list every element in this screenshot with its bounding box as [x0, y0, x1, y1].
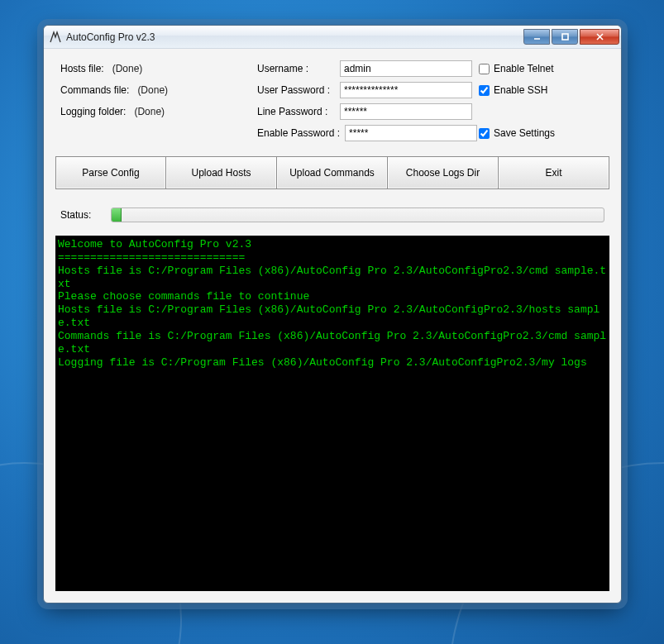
parse-config-button[interactable]: Parse Config: [55, 156, 166, 189]
save-settings-label: Save Settings: [494, 127, 555, 139]
window-buttons: [523, 30, 619, 45]
commands-file-label: Commands file:: [60, 84, 129, 96]
enable-password-label: Enable Password :: [257, 127, 340, 139]
close-button[interactable]: [580, 29, 619, 45]
progress-bar-fill: [112, 208, 122, 222]
enable-password-input[interactable]: [345, 125, 477, 141]
minimize-icon: [533, 32, 542, 41]
settings-grid: Hosts file: (Done) Username : Enable Tel…: [55, 60, 609, 141]
line-password-input[interactable]: [340, 103, 472, 120]
upload-hosts-button[interactable]: Upload Hosts: [166, 156, 277, 189]
maximize-button[interactable]: [552, 29, 578, 45]
action-button-row: Parse Config Upload Hosts Upload Command…: [55, 156, 609, 189]
line-password-label: Line Password :: [257, 106, 335, 117]
hosts-file-value: (Done): [112, 63, 143, 74]
enable-ssh-checkbox[interactable]: [479, 85, 490, 96]
titlebar[interactable]: AutoConfig Pro v2.3: [44, 26, 621, 49]
enable-ssh-label: Enable SSH: [494, 84, 547, 96]
logging-folder-value: (Done): [134, 106, 165, 117]
logging-folder-label: Logging folder:: [60, 106, 126, 117]
maximize-icon: [561, 32, 570, 41]
upload-commands-button[interactable]: Upload Commands: [277, 156, 388, 189]
client-area: Hosts file: (Done) Username : Enable Tel…: [44, 49, 621, 603]
username-label: Username :: [257, 63, 335, 74]
close-icon: [595, 32, 604, 41]
user-password-label: User Password :: [257, 84, 335, 96]
progress-bar: [111, 208, 604, 222]
minimize-button[interactable]: [523, 29, 550, 45]
app-icon: [49, 31, 62, 44]
status-row: Status:: [55, 208, 609, 222]
app-window: AutoConfig Pro v2.3 Hosts file: (Done) U…: [43, 25, 622, 603]
console-output[interactable]: Welcome to AutoConfig Pro v2.3 =========…: [55, 236, 609, 591]
user-password-input[interactable]: [340, 82, 472, 98]
username-input[interactable]: [340, 60, 472, 77]
enable-telnet-label: Enable Telnet: [494, 63, 554, 74]
exit-button[interactable]: Exit: [499, 156, 609, 189]
svg-rect-1: [562, 34, 568, 40]
choose-logs-dir-button[interactable]: Choose Logs Dir: [388, 156, 499, 189]
save-settings-checkbox[interactable]: [479, 128, 490, 139]
commands-file-value: (Done): [137, 84, 168, 96]
status-label: Status:: [60, 209, 91, 221]
enable-telnet-checkbox[interactable]: [479, 64, 490, 74]
window-title: AutoConfig Pro v2.3: [66, 31, 155, 43]
hosts-file-label: Hosts file:: [60, 63, 104, 74]
